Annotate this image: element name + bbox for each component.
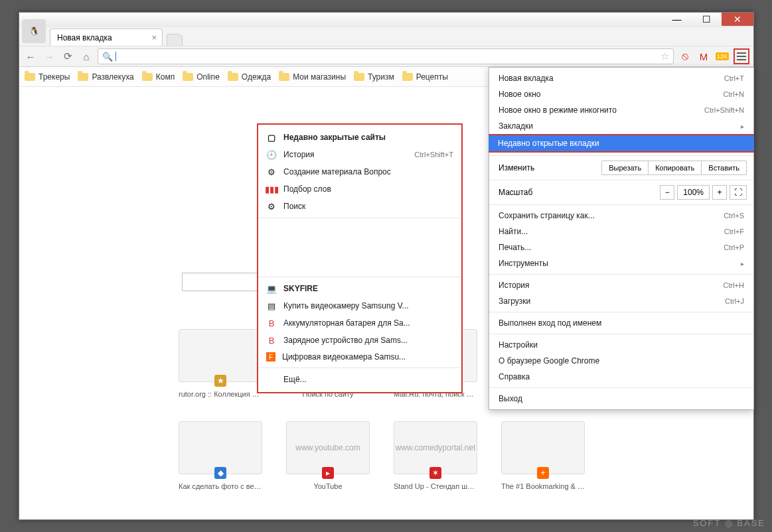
menu-item-incognito[interactable]: Новое окно в режиме инкогнитоCtrl+Shift+… (489, 102, 753, 118)
menu-item-print[interactable]: Печать...Ctrl+P (489, 239, 753, 255)
folder-icon (78, 73, 88, 81)
zoom-out-button[interactable]: − (660, 185, 674, 200)
bookmark-folder[interactable]: Одежда (228, 72, 271, 82)
extension-gmail-icon[interactable]: M (696, 49, 711, 64)
page-icon: F (266, 352, 275, 362)
submenu-item[interactable]: ▤Купить видеокамеру Samsung V... (258, 297, 461, 314)
gear-icon: ⚙ (266, 201, 277, 212)
hamburger-icon (737, 52, 746, 60)
tab-title: Новая вкладка (57, 33, 112, 42)
tab-active[interactable]: Новая вкладка × (50, 29, 163, 46)
favicon-badge: + (537, 467, 549, 479)
bookmark-folder[interactable]: Online (183, 72, 220, 82)
back-button[interactable]: ← (23, 49, 38, 64)
favicon-badge: ✶ (429, 467, 441, 479)
gear-icon: ⚙ (266, 166, 277, 177)
main-menu: Новая вкладкаCtrl+T Новое окноCtrl+N Нов… (489, 67, 754, 410)
folder-icon (142, 73, 153, 81)
tab-strip: 🐧 Новая вкладка × (19, 27, 753, 46)
bookmark-folder[interactable]: Рецепты (402, 72, 448, 82)
tab-close-icon[interactable]: × (151, 33, 157, 42)
submenu-item[interactable]: BЗарядное устройство для Sams... (258, 332, 461, 349)
browser-window: — ☐ ✕ 🐧 Новая вкладка × ← → ⟳ ⌂ 🔍 ☆ ⦸ M … (19, 12, 754, 520)
submenu-item[interactable]: FЦифровая видеокамера Samsu... (258, 349, 461, 365)
submenu-item-more[interactable]: Ещё... (258, 371, 461, 388)
extension-coolnovo-icon[interactable]: 12K (715, 49, 730, 64)
cut-button[interactable]: Вырезать (602, 161, 648, 174)
copy-button[interactable]: Копировать (648, 161, 701, 174)
new-tab-button[interactable] (167, 34, 183, 46)
laptop-icon: 💻 (266, 283, 277, 294)
edit-button-group: Вырезать Копировать Вставить (601, 161, 747, 175)
bookmark-star-icon[interactable]: ☆ (660, 50, 669, 62)
clock-icon: 🕘 (266, 149, 277, 160)
menu-item-history[interactable]: ИсторияCtrl+H (489, 277, 753, 293)
favicon-badge: ◆ (214, 467, 226, 479)
menu-item-save-as[interactable]: Сохранить страницу как...Ctrl+S (489, 208, 753, 224)
submenu-header-closed-sites: ▢Недавно закрытые сайты (258, 129, 461, 146)
menu-item-recent-tabs[interactable]: Недавно открытые вкладки (489, 134, 754, 153)
minimize-button[interactable]: — (662, 13, 692, 26)
menu-item-new-tab[interactable]: Новая вкладкаCtrl+T (489, 70, 753, 86)
window-icon: ▢ (266, 132, 277, 143)
extension-adblock-icon[interactable]: ⦸ (678, 49, 692, 64)
bookmark-folder[interactable]: Комп (142, 72, 175, 82)
bookmark-folder[interactable]: Трекеры (25, 72, 70, 82)
submenu-item[interactable]: ⚙Создание материала Вопрос (258, 163, 461, 180)
most-visited-tile[interactable]: www.comedyportal.net✶Stand Up - Стендап … (394, 421, 477, 490)
menu-item-about[interactable]: О браузере Google Chrome (489, 353, 753, 369)
forward-button[interactable]: → (42, 49, 56, 64)
most-visited-tile[interactable]: +The #1 Bookmarking & Sh... (501, 421, 585, 490)
submenu-item[interactable]: BАккумуляторная батарея для Sa... (258, 314, 461, 332)
page-icon: B (266, 318, 277, 328)
folder-icon (354, 73, 364, 81)
titlebar: — ☐ ✕ (19, 13, 753, 27)
bookmark-folder[interactable]: Мои магазины (279, 72, 346, 82)
text-caret (116, 52, 116, 61)
main-menu-button[interactable] (733, 48, 749, 64)
address-bar[interactable]: 🔍 ☆ (98, 48, 674, 64)
folder-icon (25, 73, 35, 81)
zoom-value: 100% (677, 185, 710, 200)
close-button[interactable]: ✕ (722, 13, 753, 26)
submenu-item[interactable]: ▮▮▮Подбор слов (258, 180, 461, 198)
app-icon: 🐧 (22, 19, 46, 43)
menu-zoom-row: Масштаб − 100% + ⛶ (489, 183, 753, 202)
page-icon: B (266, 335, 277, 346)
submenu-item[interactable]: ⚙Поиск (258, 198, 461, 215)
menu-item-downloads[interactable]: ЗагрузкиCtrl+J (489, 293, 753, 309)
reload-button[interactable]: ⟳ (60, 49, 75, 64)
menu-item-settings[interactable]: Настройки (489, 337, 753, 353)
submenu-device-header: 💻SKYFIRE (258, 280, 461, 297)
toolbar: ← → ⟳ ⌂ 🔍 ☆ ⦸ M 12K (19, 46, 753, 67)
fullscreen-button[interactable]: ⛶ (730, 185, 747, 200)
home-button[interactable]: ⌂ (79, 49, 94, 64)
search-icon: 🔍 (102, 52, 113, 62)
bookmark-folder[interactable]: Развлекуха (78, 72, 133, 82)
menu-item-find[interactable]: Найти...Ctrl+F (489, 224, 753, 239)
bars-icon: ▮▮▮ (266, 184, 277, 194)
page-icon: ▤ (266, 300, 277, 311)
submenu-item-history[interactable]: 🕘ИсторияCtrl+Shift+T (258, 146, 461, 163)
menu-item-bookmarks[interactable]: Закладки (489, 118, 753, 134)
folder-icon (279, 73, 289, 81)
folder-icon (228, 73, 238, 81)
paste-button[interactable]: Вставить (701, 161, 746, 174)
bookmark-folder[interactable]: Туризм (354, 72, 394, 82)
menu-item-tools[interactable]: Инструменты (489, 255, 753, 271)
folder-icon (183, 73, 193, 81)
favicon-badge: ★ (214, 375, 226, 387)
most-visited-row: ◆Как сделать фото с веб ... www.youtube.… (179, 421, 585, 490)
menu-item-signed-in[interactable]: Выполнен вход под именем (489, 315, 753, 331)
menu-item-new-window[interactable]: Новое окноCtrl+N (489, 86, 753, 102)
most-visited-tile[interactable]: ◆Как сделать фото с веб ... (179, 421, 262, 490)
maximize-button[interactable]: ☐ (692, 13, 722, 26)
favicon-badge: ▸ (322, 467, 334, 479)
folder-icon (402, 73, 413, 81)
menu-edit-row: Изменить Вырезать Копировать Вставить (489, 159, 753, 177)
most-visited-tile[interactable]: ★rutor.org :: Коллекция то... (179, 329, 262, 398)
menu-item-exit[interactable]: Выход (489, 391, 753, 407)
most-visited-tile[interactable]: www.youtube.com▸YouTube (286, 421, 370, 490)
menu-item-help[interactable]: Справка (489, 369, 753, 385)
zoom-in-button[interactable]: + (712, 185, 727, 200)
